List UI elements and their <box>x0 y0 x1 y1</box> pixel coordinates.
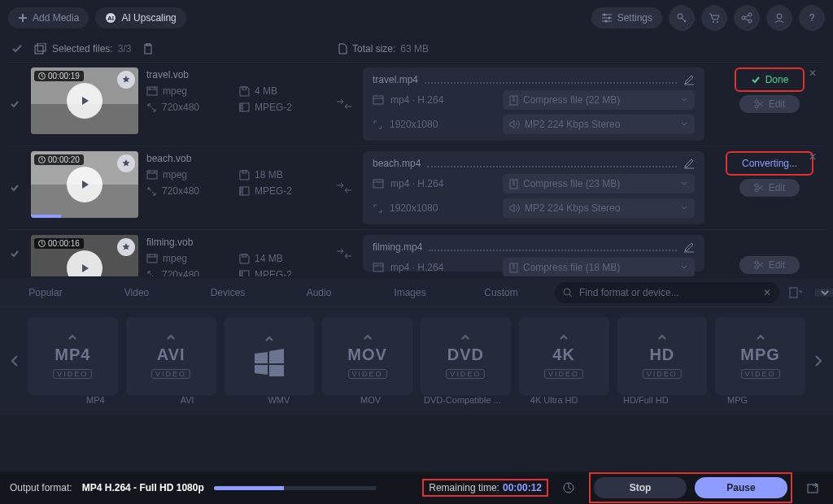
play-icon[interactable] <box>67 83 102 119</box>
container-value: mpeg <box>163 85 187 97</box>
format-card-4k-ultra-hd[interactable]: 4KVIDEO <box>519 317 609 395</box>
audio-dropdown[interactable]: MP2 224 Kbps Stereo <box>503 198 695 218</box>
settings-button[interactable]: Settings <box>591 7 662 28</box>
format-tabs: PopularVideoDevicesAudioImagesCustom Fin… <box>0 278 833 307</box>
tab-custom[interactable]: Custom <box>456 280 547 306</box>
svg-rect-25 <box>147 171 157 179</box>
scissors-icon <box>754 99 764 109</box>
file-icon <box>338 43 347 54</box>
add-media-button[interactable]: Add Media <box>8 7 89 28</box>
svg-point-6 <box>713 21 714 23</box>
tab-popular[interactable]: Popular <box>0 280 91 306</box>
row-select-check[interactable] <box>7 151 23 224</box>
format-card-dvd-compatible-[interactable]: DVDVIDEO <box>421 317 511 395</box>
tab-images[interactable]: Images <box>364 280 456 306</box>
share-button[interactable] <box>734 5 760 31</box>
svg-rect-17 <box>147 87 157 95</box>
plus-icon <box>18 13 28 23</box>
svg-point-2 <box>603 14 605 16</box>
disk-icon <box>239 86 250 97</box>
codec-icon <box>239 270 250 276</box>
output-format-row: mp4 · H.264 <box>390 178 443 189</box>
chevron-up-icon <box>756 334 765 341</box>
output-format-value[interactable]: MP4 H.264 - Full HD 1080p <box>82 482 204 493</box>
audio-dropdown[interactable]: MP2 224 Kbps Stereo <box>503 115 695 134</box>
cart-button[interactable] <box>701 5 727 31</box>
play-icon[interactable] <box>67 167 102 202</box>
compress-dropdown[interactable]: Compress file (23 MB) <box>503 174 695 193</box>
help-button[interactable]: ? <box>799 5 825 31</box>
source-filename: travel.vob <box>146 69 325 80</box>
key-button[interactable] <box>669 5 695 31</box>
user-icon <box>774 12 785 24</box>
remaining-label: Remaining time: <box>429 482 499 493</box>
preset-save-button[interactable] <box>784 281 807 304</box>
select-all-check[interactable] <box>11 43 23 54</box>
container-value: mpeg <box>163 169 187 180</box>
svg-rect-12 <box>35 46 43 54</box>
source-meta: beach.vob mpeg 18 MB 720x480 MPEG-2 <box>146 151 325 224</box>
file-list: 00:00:19 travel.vob mpeg 4 MB 720x480 MP… <box>0 62 833 276</box>
ai-upscaling-label: AI Upscaling <box>121 12 176 24</box>
format-card-avi[interactable]: AVIVIDEO <box>126 317 216 395</box>
thumbnail[interactable]: 00:00:19 <box>31 67 138 134</box>
play-icon[interactable] <box>67 250 102 276</box>
clear-search-icon[interactable]: ✕ <box>763 287 771 298</box>
file-row: 00:00:16 filming.vob mpeg 14 MB 720x480 … <box>7 229 826 276</box>
thumbnail[interactable]: 00:00:20 <box>31 151 138 218</box>
compress-icon <box>509 95 518 106</box>
edit-button[interactable]: Edit <box>739 256 800 274</box>
remaining-value: 00:00:12 <box>503 482 542 493</box>
format-card-mp4[interactable]: MP4VIDEO <box>28 317 118 395</box>
output-format-row: mp4 · H.264 <box>390 94 443 106</box>
clipboard-button[interactable] <box>142 43 154 54</box>
svg-point-40 <box>564 289 570 295</box>
compress-dropdown[interactable]: Compress file (18 MB) <box>503 258 695 276</box>
source-filename: beach.vob <box>146 153 325 164</box>
overall-progress <box>214 486 377 490</box>
carousel-prev-button[interactable] <box>3 307 26 415</box>
source-meta: travel.vob mpeg 4 MB 720x480 MPEG-2 <box>146 67 325 141</box>
source-filename: filming.vob <box>146 237 325 248</box>
chevron-down-icon <box>680 180 688 187</box>
container-icon <box>373 263 384 272</box>
selected-count: 3/3 <box>118 43 132 54</box>
stop-button[interactable]: Stop <box>594 477 687 498</box>
codec-icon <box>239 102 250 112</box>
svg-point-9 <box>742 16 745 20</box>
account-button[interactable] <box>766 5 792 31</box>
chevron-up-icon <box>460 334 470 341</box>
format-search[interactable]: Find format or device... ✕ <box>555 282 779 303</box>
remove-row-button[interactable]: ✕ <box>809 151 822 164</box>
selected-label: Selected files: <box>52 43 113 54</box>
edit-button[interactable]: Edit <box>739 95 800 113</box>
output-format-row: mp4 · H.264 <box>390 262 443 273</box>
format-card-hd-full-hd[interactable]: HDVIDEO <box>617 317 708 395</box>
shutdown-after-button[interactable] <box>558 477 579 498</box>
ai-upscaling-button[interactable]: AI AI Upscaling <box>95 7 185 28</box>
output-filename: travel.mp4 <box>373 74 418 85</box>
row-select-check[interactable] <box>7 235 23 272</box>
carousel-next-button[interactable] <box>807 307 830 415</box>
rename-button[interactable] <box>683 241 695 253</box>
tab-audio[interactable]: Audio <box>273 280 364 306</box>
tab-video[interactable]: Video <box>91 280 182 306</box>
format-card-mov[interactable]: MOVVIDEO <box>322 317 412 395</box>
thumbnail[interactable]: 00:00:16 <box>31 235 138 276</box>
edit-button[interactable]: Edit <box>739 179 800 197</box>
format-card-wmv[interactable] <box>225 317 315 395</box>
collapse-panel-button[interactable] <box>815 289 833 297</box>
rename-button[interactable] <box>683 74 695 85</box>
tab-devices[interactable]: Devices <box>182 280 273 306</box>
compress-dropdown[interactable]: Compress file (22 MB) <box>503 90 695 110</box>
format-card-label: MPG <box>696 395 779 410</box>
container-icon <box>146 86 158 96</box>
format-card-mpg[interactable]: MPGVIDEO <box>715 317 805 395</box>
open-output-folder-button[interactable] <box>802 477 823 498</box>
format-panel: PopularVideoDevicesAudioImagesCustom Fin… <box>0 278 833 415</box>
svg-rect-26 <box>242 171 246 173</box>
rename-button[interactable] <box>683 158 695 169</box>
pause-button[interactable]: Pause <box>695 477 787 498</box>
row-select-check[interactable] <box>7 67 23 141</box>
remove-row-button[interactable]: ✕ <box>809 67 822 80</box>
